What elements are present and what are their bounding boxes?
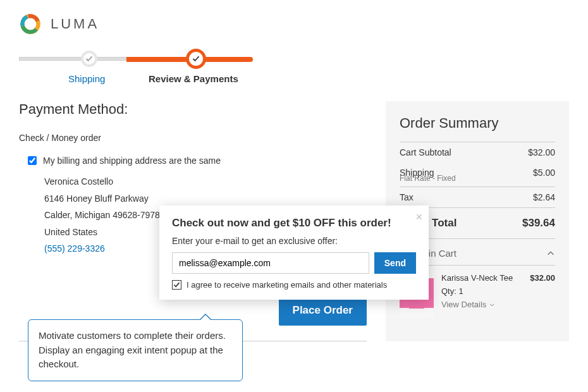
luma-logo-icon (19, 13, 42, 35)
checkout-progress: Shipping Review & Payments (19, 48, 569, 73)
info-callout: Motivate customers to complete their ord… (28, 319, 243, 381)
step-shipping-mark (81, 51, 97, 67)
address-name: Veronica Costello (44, 173, 367, 190)
tax-value: $2.64 (533, 192, 555, 202)
exit-intent-popup: × Check out now and get $10 OFF this ord… (159, 205, 429, 300)
popup-subtitle: Enter your e-mail to get an exclusive of… (172, 236, 416, 246)
payment-method-name: Check / Money order (19, 133, 367, 143)
shipping-method: Flat Rate - Fixed (400, 174, 555, 183)
consent-label: I agree to receive marketing emails and … (187, 280, 387, 290)
payment-method-title: Payment Method: (19, 101, 367, 118)
chevron-up-icon (546, 249, 555, 258)
billing-same-checkbox[interactable] (28, 156, 37, 165)
popup-send-button[interactable]: Send (374, 252, 416, 274)
step-shipping-label[interactable]: Shipping (68, 73, 105, 84)
order-total-value: $39.64 (522, 217, 555, 230)
step-review-mark (186, 49, 206, 69)
address-street: 6146 Honey Bluff Parkway (44, 190, 367, 207)
luma-logo-text: LUMA (51, 16, 99, 32)
header: LUMA (19, 13, 569, 35)
place-order-button[interactable]: Place Order (279, 295, 367, 326)
subtotal-label: Cart Subtotal (400, 147, 451, 157)
chevron-down-icon (489, 302, 495, 308)
popup-title: Check out now and get $10 OFF this order… (172, 217, 416, 230)
billing-same-label: My billing and shipping address are the … (43, 156, 221, 166)
popup-email-input[interactable] (172, 252, 369, 274)
order-summary-title: Order Summary (400, 115, 555, 132)
item-name: Karissa V-Neck Tee (441, 273, 513, 283)
consent-checkbox[interactable] (172, 280, 181, 290)
subtotal-value: $32.00 (528, 147, 555, 157)
item-qty: Qty: 1 (441, 286, 555, 296)
shipping-value: $5.00 (533, 168, 555, 178)
item-price: $32.00 (530, 273, 555, 283)
step-review-label: Review & Payments (149, 73, 238, 84)
view-details-toggle[interactable]: View Details (441, 300, 555, 309)
tax-label: Tax (400, 192, 413, 202)
close-icon[interactable]: × (415, 211, 422, 224)
